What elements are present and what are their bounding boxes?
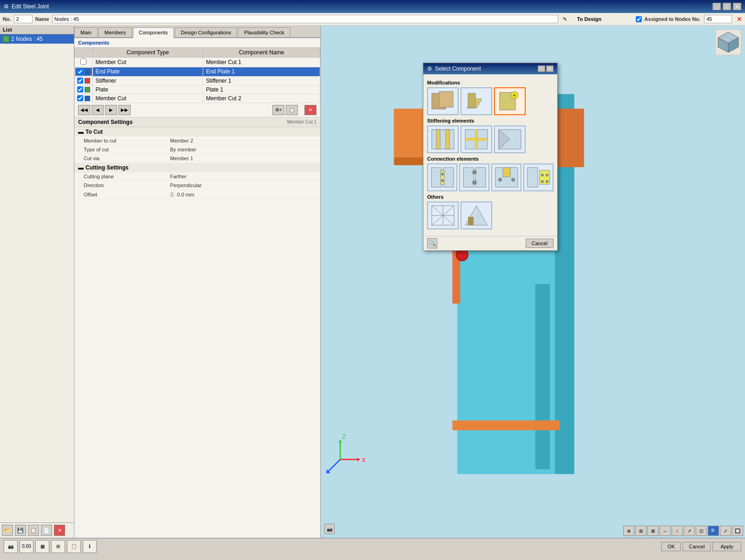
copy-component-btn[interactable]: 📋	[286, 105, 298, 115]
remove-component-btn[interactable]: ✕	[304, 105, 316, 115]
table-row[interactable]: Stiffener Stiffener 1	[75, 76, 320, 85]
assigned-input[interactable]	[704, 15, 732, 23]
conn-icon-4[interactable]	[523, 163, 554, 191]
next-btn[interactable]: ▶	[105, 105, 117, 115]
dialog-close-btn[interactable]: ✕	[546, 65, 554, 72]
status-info[interactable]: ℹ	[83, 540, 97, 553]
apply-button[interactable]: Apply	[712, 542, 741, 551]
mod-icon-2[interactable]	[461, 87, 492, 115]
table-row[interactable]: Member Cut Member Cut 2	[75, 94, 320, 103]
vp-btn-1[interactable]: ⊕	[623, 526, 634, 536]
no-label: No.	[3, 16, 11, 22]
stiff-icon-1[interactable]	[427, 125, 459, 153]
row-checkbox-3[interactable]	[77, 78, 83, 84]
group-collapse-icon-2: ▬	[78, 164, 84, 171]
stiff-icon-2[interactable]	[461, 125, 492, 153]
list-item[interactable]: 2 Nodes : 45	[0, 34, 74, 44]
row-checkbox-1[interactable]	[80, 59, 86, 65]
dialog-search-btn[interactable]: 🔍	[427, 238, 437, 248]
svg-rect-50	[475, 168, 486, 187]
tab-components[interactable]: Components	[133, 27, 174, 38]
tab-design-configs[interactable]: Design Configurations	[175, 27, 237, 37]
row-checkbox-5[interactable]	[77, 95, 83, 101]
camera-button[interactable]: 📷	[324, 524, 335, 534]
svg-point-51	[472, 170, 477, 175]
svg-point-59	[541, 174, 544, 176]
table-row[interactable]: End Plate End Plate 1	[75, 67, 320, 77]
ok-button[interactable]: OK	[661, 542, 681, 551]
other-icon-2[interactable]	[461, 202, 492, 229]
vp-btn-6[interactable]: ↗	[684, 526, 695, 536]
group-label-cutting: Cutting Settings	[86, 164, 129, 171]
save-button[interactable]: 💾	[15, 525, 26, 536]
delta-icon: Δ	[170, 191, 174, 198]
copy-button[interactable]: 📋	[28, 525, 39, 536]
status-grid[interactable]: ▦	[35, 540, 49, 553]
name-label: Name	[35, 16, 49, 22]
row-type-2: End Plate	[92, 67, 203, 77]
prev-btn[interactable]: ◀	[92, 105, 104, 115]
vp-btn-9[interactable]: ⤢	[720, 526, 731, 536]
minimize-button[interactable]: _	[712, 3, 721, 10]
mod-icon-1[interactable]	[427, 87, 459, 115]
no-field[interactable]	[14, 15, 33, 23]
viewport-3d[interactable]: X Z	[321, 26, 745, 538]
window-title: Edit Steel Joint	[12, 3, 49, 10]
row-type-3: Stiffener	[92, 76, 203, 85]
to-design-label: To Design	[577, 16, 633, 22]
stiff-icon-3[interactable]	[494, 125, 526, 153]
other-icon-1[interactable]	[427, 202, 459, 229]
last-btn[interactable]: ▶▶	[119, 105, 131, 115]
vp-btn-3[interactable]: ⊠	[647, 526, 659, 536]
first-btn[interactable]: ◀◀	[78, 105, 90, 115]
row-checkbox-2[interactable]	[77, 69, 83, 75]
group-label-stiffening: Stiffening elements	[427, 118, 554, 124]
status-copy2[interactable]: 📋	[67, 540, 81, 553]
vp-btn-7[interactable]: ⊡	[696, 526, 707, 536]
row-checkbox-4[interactable]	[77, 86, 83, 92]
status-rotate[interactable]: ⊞	[51, 540, 65, 553]
conn-icon-3[interactable]	[491, 163, 521, 191]
col-component-name: Component Name	[203, 48, 320, 58]
maximize-button[interactable]: □	[723, 3, 731, 10]
settings-group-to-cut: ▬ To Cut Member to cut Member 2 Type of …	[74, 127, 320, 163]
to-design-checkbox[interactable]	[636, 16, 642, 22]
dialog-maximize-btn[interactable]: □	[538, 65, 545, 72]
status-camera[interactable]: 📷	[4, 540, 18, 553]
color-box-2	[85, 69, 90, 75]
cube-icon[interactable]	[715, 29, 741, 55]
tab-main[interactable]: Main	[74, 27, 98, 37]
paste-button[interactable]: 📄	[41, 525, 52, 536]
dialog-cancel-btn[interactable]: Cancel	[526, 239, 554, 248]
vp-btn-5[interactable]: ↕	[672, 526, 683, 536]
conn-icon-1[interactable]	[427, 163, 457, 191]
tab-members[interactable]: Members	[99, 27, 132, 37]
group-header-cutting[interactable]: ▬ Cutting Settings	[74, 163, 320, 172]
open-button[interactable]: 📂	[2, 525, 13, 536]
svg-point-62	[546, 180, 548, 183]
name-field[interactable]	[52, 15, 558, 23]
add-component-btn[interactable]: ⚙+	[272, 105, 284, 115]
vp-btn-10[interactable]: 🔲	[732, 526, 743, 536]
components-title: Components	[74, 38, 320, 47]
group-header-to-cut[interactable]: ▬ To Cut	[74, 127, 320, 137]
vp-btn-2[interactable]: ⊞	[635, 526, 646, 536]
close-button[interactable]: ✕	[733, 3, 741, 10]
cancel-button[interactable]: Cancel	[683, 542, 711, 551]
conn-icon-2[interactable]	[459, 163, 489, 191]
group-label-others: Others	[427, 194, 554, 200]
right-panel: X Z	[321, 26, 745, 538]
others-icons-row	[427, 202, 554, 229]
vp-btn-4[interactable]: ↔	[659, 526, 671, 536]
bottom-toolbar: 📷 0.00 ▦ ⊞ 📋 ℹ OK Cancel Apply	[0, 538, 745, 554]
tab-plausibility[interactable]: Plausibility Check	[238, 27, 290, 37]
left-panel-toolbar: 📂 💾 📋 📄 ✕	[0, 522, 74, 538]
table-row[interactable]: Plate Plate 1	[75, 85, 320, 94]
status-value: 0.00	[20, 540, 33, 553]
vp-btn-8[interactable]: 🔍	[708, 526, 719, 536]
table-row[interactable]: Member Cut Member Cut 1	[75, 58, 320, 67]
dialog-icon: ⚙	[427, 65, 432, 72]
tabs-bar: Main Members Components Design Configura…	[74, 26, 320, 38]
mod-icon-3[interactable]: +	[494, 87, 526, 115]
delete-button[interactable]: ✕	[54, 525, 65, 536]
